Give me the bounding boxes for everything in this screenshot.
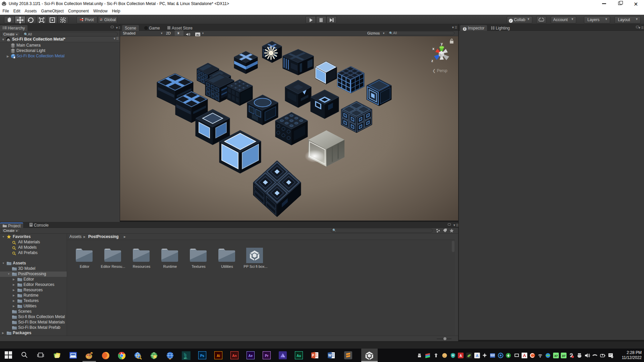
svg-text:Ai: Ai <box>217 354 220 358</box>
svg-text:Ps: Ps <box>200 354 205 358</box>
svg-text:IBC: IBC <box>184 357 187 359</box>
svg-text:❮ Persp: ❮ Persp <box>432 68 447 73</box>
svg-text:A: A <box>476 354 479 358</box>
svg-text:x: x <box>432 47 435 51</box>
svg-text:Au: Au <box>297 354 301 358</box>
svg-text:Pr: Pr <box>265 354 269 358</box>
svg-text:37: 37 <box>554 354 558 358</box>
svg-text:z: z <box>431 59 433 63</box>
svg-text:P: P <box>312 354 314 357</box>
svg-text:W: W <box>328 354 332 357</box>
svg-text:Ae: Ae <box>249 354 253 358</box>
svg-text:An: An <box>232 354 236 358</box>
svg-text:37: 37 <box>562 354 566 358</box>
svg-text:A: A <box>460 354 462 358</box>
svg-text:y: y <box>441 42 443 46</box>
